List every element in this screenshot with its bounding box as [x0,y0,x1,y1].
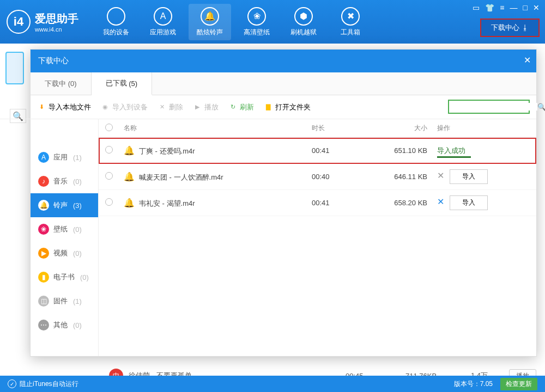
table-row[interactable]: 🔔丁爽 - 还爱吗.m4r 00:41 651.10 KB 导入成功 [99,138,536,164]
table-row[interactable]: 🔔韦礼安 - 渴望.m4r 00:41 658.20 KB ✕导入 [99,190,536,216]
search-input[interactable] [449,103,537,111]
minimize-icon[interactable]: — [510,3,518,12]
ringtone-icon: 🔔 [124,198,135,207]
nav-ringtones[interactable]: 🔔酷炫铃声 [189,4,231,40]
import-button[interactable]: 导入 [450,169,488,184]
tb-play[interactable]: ▶播放 [193,102,219,112]
file-duration: 00:40 [312,173,372,181]
bell-icon: 🔔 [38,200,49,211]
logo: i4 爱思助手 www.i4.cn [7,10,78,34]
ringtone-icon: 🔔 [124,146,135,155]
sidebar-item-apps[interactable]: A应用(1) [31,145,98,169]
row-remove-button[interactable]: ✕ [437,197,444,206]
logo-subtitle: www.i4.cn [35,26,78,33]
delete-icon: ✕ [158,103,166,112]
version-label: 版本号：7.05 [454,379,493,389]
sidebar-item-ebook[interactable]: ▮电子书(0) [31,265,98,289]
modal-header: 下载中心 ✕ [31,50,536,72]
device-thumb[interactable] [5,52,24,84]
tb-import-local[interactable]: ⬇导入本地文件 [37,102,91,112]
other-icon: ⋯ [38,320,49,330]
maximize-icon[interactable]: □ [523,3,528,12]
logo-title: 爱思助手 [35,11,78,26]
sidebar-item-wallpaper[interactable]: ❀壁纸(0) [31,217,98,241]
file-name: 丁爽 - 还爱吗.m4r [139,147,195,155]
table-header: 名称 时长 大小 操作 [99,119,536,138]
sidebar-item-music[interactable]: ♪音乐(0) [31,169,98,193]
app-icon: A [38,152,49,163]
row-checkbox[interactable] [105,146,113,154]
close-icon[interactable]: ✕ [533,3,540,12]
file-name: 喊麦天团 - 一人饮酒醉.m4r [139,173,223,181]
check-icon: ✓ [8,379,16,388]
nav-tools[interactable]: ✖工具箱 [329,4,372,40]
sidebar-item-ringtones[interactable]: 🔔铃声(3) [31,193,98,217]
table-row[interactable]: 🔔喊麦天团 - 一人饮酒醉.m4r 00:40 646.11 KB ✕导入 [99,164,536,190]
ringtone-icon: 🔔 [124,172,135,181]
tab-downloaded[interactable]: 已下载 (5) [92,72,153,95]
file-size: 651.10 KB [372,146,437,155]
tb-delete[interactable]: ✕删除 [158,102,183,112]
toolbar: ⬇导入本地文件 ◉导入到设备 ✕删除 ▶播放 ↻刷新 ▇打开文件夹 🔍 [0,95,536,119]
search-box[interactable]: 🔍 [448,100,530,114]
file-duration: 00:41 [312,199,372,207]
status-bar: ✓ 阻止iTunes自动运行 版本号：7.05 检查更新 [0,376,545,392]
box-icon: ⬢ [294,7,313,26]
row-checkbox[interactable] [105,198,113,206]
row-checkbox[interactable] [105,172,113,180]
download-center-modal: 下载中心 ✕ 下载中 (0) 已下载 (5) ⬇导入本地文件 ◉导入到设备 ✕删… [30,49,537,357]
music-icon: ♪ [38,176,49,187]
wallpaper-icon: ❀ [38,224,49,235]
book-icon: ▮ [38,272,49,283]
window-controls: ▭ 👕 ≡ — □ ✕ [473,3,540,12]
file-name: 韦礼安 - 渴望.m4r [139,199,195,207]
itunes-block-label[interactable]: 阻止iTunes自动运行 [20,379,78,389]
col-duration: 时长 [312,124,372,133]
main-nav: 我的设备 A应用游戏 🔔酷炫铃声 ❀高清壁纸 ⬢刷机越狱 ✖工具箱 [95,4,372,40]
skin-icon[interactable]: 👕 [485,3,494,12]
nav-wallpaper[interactable]: ❀高清壁纸 [235,4,278,40]
sidebar-item-firmware[interactable]: ◫固件(1) [31,289,98,313]
file-duration: 00:41 [312,146,372,155]
bell-icon: 🔔 [201,7,219,26]
modal-title: 下载中心 [38,56,69,66]
tb-refresh[interactable]: ↻刷新 [228,102,254,112]
file-list: 名称 时长 大小 操作 🔔丁爽 - 还爱吗.m4r 00:41 651.10 K… [99,119,536,356]
file-size: 658.20 KB [372,199,437,207]
sidebar-item-other[interactable]: ⋯其他(0) [31,313,98,337]
import-success-label: 导入成功 [437,146,465,155]
tab-downloading[interactable]: 下载中 (0) [31,72,92,95]
col-size: 大小 [372,124,437,133]
sidebar-item-video[interactable]: ▶视频(0) [31,241,98,265]
modal-tabs: 下载中 (0) 已下载 (5) [31,72,536,95]
flower-icon: ❀ [247,7,266,26]
feedback-icon[interactable]: ▭ [473,3,480,12]
video-icon: ▶ [38,248,49,259]
menu-icon[interactable]: ≡ [500,3,504,12]
apple-icon [107,7,125,26]
logo-icon: i4 [7,10,31,34]
col-op: 操作 [437,124,530,133]
play-icon: ▶ [193,103,202,112]
download-center-button[interactable]: 下载中心 ⭳ [480,19,540,37]
category-sidebar: A应用(1) ♪音乐(0) 🔔铃声(3) ❀壁纸(0) ▶视频(0) ▮电子书(… [31,119,99,356]
modal-close-button[interactable]: ✕ [524,55,531,65]
nav-my-device[interactable]: 我的设备 [95,4,137,40]
nav-jailbreak[interactable]: ⬢刷机越狱 [282,4,325,40]
wrench-icon: ✖ [341,7,360,26]
import-button[interactable]: 导入 [450,195,488,210]
check-update-button[interactable]: 检查更新 [500,378,537,390]
tb-import-device[interactable]: ◉导入到设备 [101,102,148,112]
import-icon: ⬇ [37,103,46,112]
select-all-checkbox[interactable] [105,124,113,131]
nav-apps[interactable]: A应用游戏 [142,4,184,40]
firmware-icon: ◫ [38,296,49,307]
row-remove-button[interactable]: ✕ [437,171,444,180]
folder-icon: ▇ [264,103,272,112]
app-store-icon: A [154,7,172,26]
tb-open-folder[interactable]: ▇打开文件夹 [264,102,311,112]
app-header: i4 爱思助手 www.i4.cn 我的设备 A应用游戏 🔔酷炫铃声 ❀高清壁纸… [0,0,545,44]
search-icon[interactable]: 🔍 [537,103,545,111]
device-icon: ◉ [101,103,110,112]
col-name: 名称 [122,124,312,133]
